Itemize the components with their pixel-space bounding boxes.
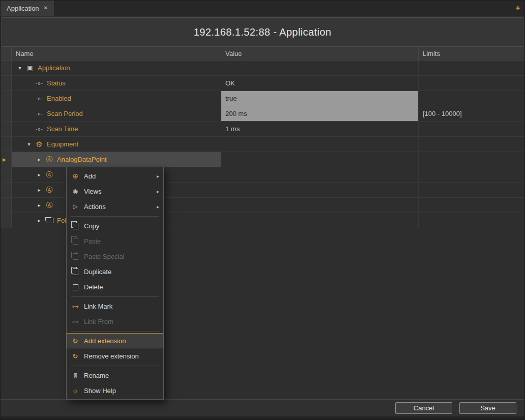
menu-item-rename[interactable]: Rename xyxy=(67,368,163,383)
row-limits xyxy=(419,91,524,106)
copy-icon xyxy=(71,223,80,229)
menu-item-delete[interactable]: Delete xyxy=(67,279,163,294)
tree-row-equipment[interactable]: Equipment xyxy=(1,137,524,152)
page-title: 192.168.1.52:88 - Application xyxy=(194,26,332,38)
tree-row-enabled[interactable]: Enabled true xyxy=(1,91,524,106)
submenu-arrow-icon xyxy=(157,189,159,194)
menu-item-add[interactable]: Add xyxy=(67,168,163,184)
row-limits xyxy=(419,167,524,183)
tree-row-analogdatapoint[interactable]: AnalogDataPoint xyxy=(1,152,524,167)
menu-item-remove-extension[interactable]: Remove extension xyxy=(67,348,163,364)
refresh-icon xyxy=(71,352,80,360)
menu-item-label: Delete xyxy=(84,283,103,291)
tree-row-scan-period[interactable]: Scan Period 200 ms [100 - 10000] xyxy=(1,106,524,122)
expand-arrow-icon[interactable] xyxy=(35,187,43,193)
row-gutter xyxy=(1,122,12,137)
menu-item-duplicate[interactable]: Duplicate xyxy=(67,264,163,279)
menu-item-label: Add extension xyxy=(84,337,126,345)
row-name: Scan Time xyxy=(47,125,78,133)
row-value: OK xyxy=(221,76,419,91)
play-circle-icon xyxy=(71,203,80,210)
row-gutter xyxy=(1,167,12,183)
menu-item-paste-special: Paste Special xyxy=(67,249,163,264)
menu-item-paste: Paste xyxy=(67,233,163,249)
menu-item-add-extension[interactable]: Add extension xyxy=(67,333,163,348)
column-header-name[interactable]: Name xyxy=(12,47,221,60)
add-tab-button[interactable] xyxy=(511,1,524,16)
trash-icon xyxy=(71,284,80,290)
row-value xyxy=(221,213,419,228)
grid-header: Name Value Limits xyxy=(1,47,524,61)
footer-bar: Cancel Save xyxy=(1,399,524,416)
submenu-arrow-icon xyxy=(157,204,159,209)
tree-row-status[interactable]: Status OK xyxy=(1,76,524,91)
menu-item-label: Paste xyxy=(84,237,101,245)
row-value xyxy=(221,61,419,76)
menu-item-label: Rename xyxy=(84,372,109,379)
eye-icon xyxy=(71,188,80,195)
expand-arrow-icon[interactable] xyxy=(25,141,33,147)
row-limits xyxy=(419,122,524,137)
menu-item-link-from: Link From xyxy=(67,314,163,329)
row-value-editable[interactable]: true xyxy=(221,91,419,106)
property-pin-icon xyxy=(34,111,44,116)
row-value-editable[interactable]: 200 ms xyxy=(221,106,419,122)
expand-arrow-icon[interactable] xyxy=(35,218,43,223)
menu-item-label: Show Help xyxy=(84,387,116,395)
save-button[interactable]: Save xyxy=(459,402,516,414)
close-tab-icon[interactable] xyxy=(44,6,48,11)
application-window: Application 192.168.1.52:88 - Applicatio… xyxy=(0,0,525,420)
tree-row-scan-time[interactable]: Scan Time 1 ms xyxy=(1,122,524,137)
submenu-arrow-icon xyxy=(157,173,159,179)
tab-label: Application xyxy=(7,5,39,12)
row-limits xyxy=(419,61,524,76)
property-pin-icon xyxy=(34,81,44,86)
menu-item-show-help[interactable]: Show Help xyxy=(67,383,163,398)
row-name: Equipment xyxy=(47,140,78,148)
tab-bar: Application xyxy=(1,1,524,16)
menu-item-views[interactable]: Views xyxy=(67,184,163,199)
expand-arrow-icon[interactable] xyxy=(16,65,24,71)
tree-row-application[interactable]: Application xyxy=(1,61,524,76)
row-gutter xyxy=(1,76,12,91)
expand-arrow-icon[interactable] xyxy=(35,157,43,162)
paste-special-icon xyxy=(71,253,80,260)
context-menu: Add Views Actions Copy Paste Paste Speci… xyxy=(66,167,164,400)
row-gutter xyxy=(1,106,12,122)
expand-arrow-icon[interactable] xyxy=(35,172,43,177)
menu-item-label: Views xyxy=(84,188,101,195)
row-value xyxy=(221,183,419,198)
row-limits xyxy=(419,213,524,228)
folder-icon xyxy=(44,218,54,223)
row-limits xyxy=(419,152,524,167)
row-gutter-selected-indicator xyxy=(1,152,12,167)
menu-separator xyxy=(71,331,159,332)
column-header-value[interactable]: Value xyxy=(221,47,419,60)
expand-arrow-icon[interactable] xyxy=(35,202,43,208)
analog-point-icon xyxy=(44,186,54,195)
cancel-button[interactable]: Cancel xyxy=(395,402,452,414)
duplicate-icon xyxy=(71,268,80,275)
analog-point-icon xyxy=(44,170,54,179)
row-limits xyxy=(419,76,524,91)
row-value xyxy=(221,167,419,183)
row-name: Application xyxy=(38,64,70,72)
menu-item-link-mark[interactable]: Link Mark xyxy=(67,298,163,314)
menu-item-actions[interactable]: Actions xyxy=(67,199,163,214)
tab-application[interactable]: Application xyxy=(1,1,54,16)
analog-point-icon xyxy=(44,155,54,164)
link-icon xyxy=(71,303,80,310)
row-name: Status xyxy=(47,79,66,87)
column-header-limits[interactable]: Limits xyxy=(419,47,524,60)
menu-item-label: Link Mark xyxy=(84,303,112,310)
paste-icon xyxy=(71,238,80,245)
connection-title-panel: 192.168.1.52:88 - Application xyxy=(2,17,523,47)
row-limits: [100 - 10000] xyxy=(419,106,524,122)
add-icon xyxy=(71,172,80,180)
menu-item-label: Copy xyxy=(84,222,99,230)
analog-point-icon xyxy=(44,201,54,210)
menu-separator xyxy=(71,296,159,297)
row-gutter xyxy=(1,137,12,152)
row-limits xyxy=(419,198,524,213)
menu-item-copy[interactable]: Copy xyxy=(67,218,163,233)
